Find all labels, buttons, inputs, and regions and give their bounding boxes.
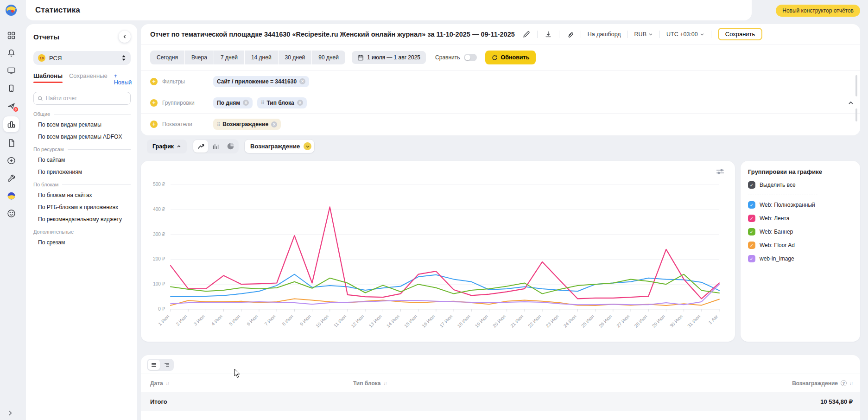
legend-select-all[interactable]: ✓ Выделить все <box>748 181 853 189</box>
quick-range-button[interactable]: 7 дней <box>214 51 244 64</box>
rail-expand-chevron-icon[interactable] <box>6 409 14 417</box>
scrollbar-thumb[interactable] <box>855 108 857 121</box>
legend-checkbox[interactable]: ✓ <box>748 228 755 235</box>
legend-checkbox[interactable]: ✓ <box>748 201 755 209</box>
compare-toggle[interactable] <box>464 54 477 61</box>
table-view-flat-button[interactable] <box>148 360 160 370</box>
query-chip[interactable]: ⠿Вознаграждение× <box>213 119 281 130</box>
rail-apps-phone-icon[interactable] <box>3 81 19 95</box>
rail-promo-plane-icon[interactable]: β <box>3 99 19 113</box>
report-search[interactable] <box>33 92 131 105</box>
add-item-plus-icon[interactable]: + <box>150 99 158 107</box>
rail-statistics-chart-icon[interactable] <box>3 116 19 132</box>
report-item[interactable]: По срезам <box>33 236 131 248</box>
legend-checkbox[interactable]: ✓ <box>748 215 755 222</box>
drag-handle-icon[interactable]: ⠿ <box>217 122 220 127</box>
legend-checkbox[interactable]: ✓ <box>748 255 755 262</box>
svg-text:27 Июл: 27 Июл <box>615 314 630 329</box>
edit-pencil-icon[interactable] <box>522 30 531 38</box>
quick-range-button[interactable]: 30 дней <box>279 51 312 64</box>
to-dashboard-link[interactable]: На дашборд <box>588 31 621 38</box>
product-selector[interactable]: 10 РСЯ <box>33 51 131 65</box>
query-chip[interactable]: Сайт / приложение = 3441630× <box>213 76 309 87</box>
legend-item[interactable]: ✓Web: Лента <box>748 215 853 222</box>
report-item[interactable]: По всем видам рекламы ADFOX <box>33 131 131 143</box>
rail-tools-wrench-icon[interactable] <box>3 171 19 185</box>
rail-documents-icon[interactable] <box>3 136 19 150</box>
select-all-checkbox[interactable]: ✓ <box>748 181 755 189</box>
column-reward[interactable]: Вознаграждение <box>792 380 838 387</box>
legend-item[interactable]: ✓Web: Баннер <box>748 228 853 235</box>
query-chip[interactable]: ⠿Тип блока× <box>257 97 307 108</box>
add-item-plus-icon[interactable]: + <box>150 121 158 128</box>
svg-text:1 Июл: 1 Июл <box>157 314 170 327</box>
rail-notifications-bell-icon[interactable] <box>3 46 19 60</box>
pie-chart-type-button[interactable] <box>223 140 238 153</box>
collapse-section-chevron-icon[interactable] <box>847 99 855 107</box>
report-item[interactable]: По РТБ-блокам в приложениях <box>33 201 131 213</box>
svg-text:16 Июл: 16 Июл <box>421 314 436 329</box>
currency-dropdown[interactable]: RUB <box>634 31 653 38</box>
svg-text:31 Июл: 31 Июл <box>686 314 701 329</box>
remove-chip-icon[interactable]: × <box>243 100 249 106</box>
table-view-tree-button[interactable] <box>161 360 173 370</box>
top-bar: Статистика <box>26 0 752 20</box>
search-input[interactable] <box>46 95 127 102</box>
column-date[interactable]: Дата <box>150 380 163 387</box>
query-chip[interactable]: По дням× <box>213 97 253 108</box>
legend-items: ✓Web: Полноэкранный✓Web: Лента✓Web: Банн… <box>748 201 853 262</box>
report-item[interactable]: По всем видам рекламы <box>33 119 131 131</box>
download-icon[interactable] <box>544 30 552 38</box>
date-range-picker[interactable]: 1 июля — 1 авг 2025 <box>352 51 426 64</box>
legend-item-label: Web: Полноэкранный <box>760 202 815 208</box>
new-report-link[interactable]: + Новый <box>114 73 132 86</box>
quick-range-button[interactable]: Вчера <box>185 51 214 64</box>
metric-selector[interactable]: Вознаграждение <box>244 139 315 153</box>
svg-text:18 Июл: 18 Июл <box>456 314 471 329</box>
add-item-plus-icon[interactable]: + <box>150 78 158 85</box>
remove-chip-icon[interactable]: × <box>297 100 303 106</box>
column-block-type[interactable]: Тип блока <box>353 380 380 387</box>
drag-handle-icon[interactable]: ⠿ <box>261 100 264 105</box>
bar-chart-type-button[interactable] <box>208 140 223 153</box>
legend-item[interactable]: ✓Web: Floor Ad <box>748 242 853 249</box>
save-button[interactable]: Сохранить <box>718 28 763 40</box>
help-question-icon[interactable]: ? <box>841 380 847 386</box>
tab-templates[interactable]: Шаблоны <box>33 72 63 83</box>
report-item[interactable]: По сайтам <box>33 154 131 166</box>
scrollbar-thumb[interactable] <box>855 75 857 96</box>
rail-add-circle-icon[interactable] <box>3 153 19 167</box>
page-title: Статистика <box>35 6 80 15</box>
sort-icon[interactable]: ↓↑ <box>166 381 169 386</box>
rail-dashboard-grid-icon[interactable] <box>3 28 19 42</box>
yandex-partner-logo-icon[interactable] <box>5 4 17 16</box>
chart-view-button[interactable]: График <box>147 140 187 153</box>
rail-sites-monitor-icon[interactable] <box>3 64 19 77</box>
remove-chip-icon[interactable]: × <box>271 121 277 127</box>
svg-text:22 Июл: 22 Июл <box>527 314 542 329</box>
tab-saved[interactable]: Сохраненные <box>69 72 108 83</box>
quick-range-button[interactable]: Сегодня <box>150 51 184 64</box>
chart-settings-sliders-icon[interactable] <box>716 167 725 176</box>
sidebar-collapse-button[interactable] <box>119 31 131 43</box>
quick-range-button[interactable]: 90 дней <box>312 51 345 64</box>
remove-chip-icon[interactable]: × <box>299 78 305 84</box>
legend-item[interactable]: ✓web-in_image <box>748 255 853 262</box>
new-report-constructor-button[interactable]: Новый конструктор отчётов <box>776 5 860 17</box>
report-section-label: По ресурсам <box>33 146 131 152</box>
report-item[interactable]: По рекомендательному виджету <box>33 213 131 225</box>
rail-feedback-smiley-icon[interactable] <box>3 206 19 220</box>
rail-yandex-sphere-icon[interactable] <box>3 189 19 203</box>
sort-icon[interactable]: ↓↑ <box>383 381 386 386</box>
line-chart[interactable]: 0 ₽100 ₽200 ₽300 ₽400 ₽500 ₽1 Июл2 Июл3 … <box>141 161 735 342</box>
quick-range-button[interactable]: 14 дней <box>245 51 278 64</box>
timezone-dropdown[interactable]: UTC +03:00 <box>666 31 704 38</box>
legend-checkbox[interactable]: ✓ <box>748 242 755 249</box>
refresh-button[interactable]: Обновить <box>485 51 536 64</box>
line-chart-type-button[interactable] <box>193 140 208 153</box>
report-item[interactable]: По блокам на сайтах <box>33 189 131 201</box>
legend-item[interactable]: ✓Web: Полноэкранный <box>748 201 853 209</box>
share-link-icon[interactable] <box>566 30 574 38</box>
sort-icon[interactable]: ↓↑ <box>849 381 853 386</box>
report-item[interactable]: По приложениям <box>33 166 131 178</box>
